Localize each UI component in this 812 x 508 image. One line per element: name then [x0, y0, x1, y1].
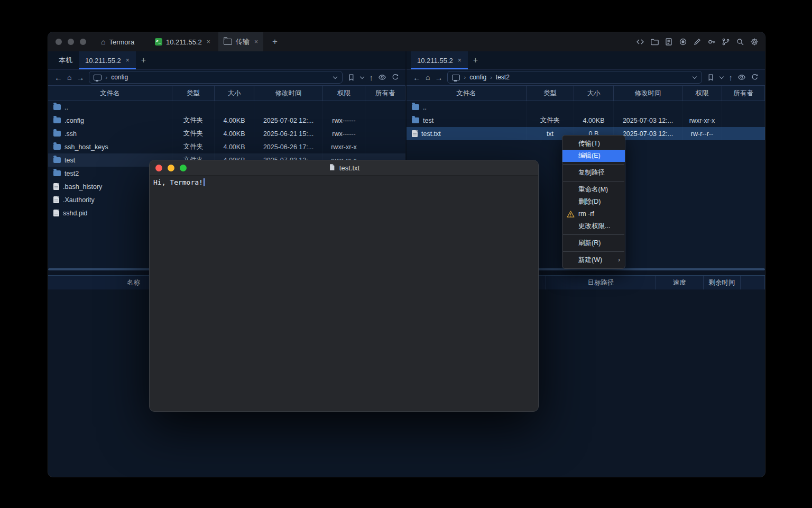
- close-tab-icon[interactable]: ×: [254, 38, 258, 46]
- back-icon[interactable]: ←: [54, 74, 62, 81]
- tab-ssh-host[interactable]: 10.211.55.2 ×: [150, 32, 216, 51]
- forward-icon[interactable]: →: [76, 74, 84, 81]
- tab-label: Termora: [109, 38, 134, 46]
- tab-label: 10.211.55.2: [417, 57, 453, 65]
- file-name: .config: [64, 117, 84, 124]
- upload-icon[interactable]: ↑: [370, 74, 374, 81]
- file-row[interactable]: .config 文件夹4.00KB2025-07-02 12:...rwx---…: [48, 114, 405, 127]
- path-separator: ›: [464, 74, 466, 80]
- editor-zoom-button[interactable]: [180, 165, 187, 171]
- menu-item-new[interactable]: 新建(W) ›: [562, 254, 625, 266]
- home-icon[interactable]: ⌂: [67, 74, 71, 81]
- chevron-down-icon[interactable]: [693, 75, 697, 80]
- record-icon[interactable]: [679, 38, 687, 46]
- menu-item-edit[interactable]: 编辑(E): [562, 150, 625, 162]
- column-header[interactable]: 文件名: [48, 86, 172, 101]
- new-pane-tab-button[interactable]: +: [136, 51, 151, 69]
- path-bar[interactable]: › config › test2: [447, 71, 702, 84]
- column-header[interactable]: 大小: [574, 86, 614, 101]
- bookmark-dropdown-icon[interactable]: [360, 75, 365, 80]
- bookmark-icon[interactable]: [707, 74, 715, 81]
- close-tab-icon[interactable]: ×: [207, 38, 210, 46]
- editor-content[interactable]: Hi, Termora!: [150, 176, 538, 189]
- menu-item-rename[interactable]: 重命名(M): [562, 184, 625, 196]
- titlebar: ⌂ Termora 10.211.55.2 × 传输 × +: [48, 32, 765, 51]
- pane-tab-host[interactable]: 10.211.55.2 ×: [411, 51, 468, 69]
- path-segment[interactable]: config: [469, 74, 486, 81]
- column-header[interactable]: 修改时间: [254, 86, 323, 101]
- menu-separator: [563, 251, 624, 252]
- back-icon[interactable]: ←: [413, 74, 421, 81]
- branch-icon[interactable]: [722, 38, 730, 46]
- file-row[interactable]: ..: [407, 101, 765, 114]
- edit-icon[interactable]: [693, 38, 702, 46]
- menu-item-transfer[interactable]: 传输(T): [562, 138, 625, 150]
- new-tab-button[interactable]: +: [272, 32, 278, 51]
- column-header[interactable]: 速度: [656, 276, 704, 289]
- folder-icon: [412, 104, 419, 110]
- settings-icon[interactable]: [750, 38, 759, 46]
- show-hidden-eye-icon[interactable]: [737, 73, 746, 81]
- path-segment[interactable]: test2: [496, 74, 510, 81]
- menu-item-rm-rf[interactable]: rm -rf: [562, 208, 625, 220]
- file-row[interactable]: ..: [48, 101, 405, 114]
- editor-minimize-button[interactable]: [168, 165, 174, 171]
- tab-label: 10.211.55.2: [166, 38, 202, 46]
- folder-icon[interactable]: [650, 38, 659, 46]
- refresh-icon[interactable]: [751, 74, 759, 81]
- column-header[interactable]: 文件名: [407, 86, 527, 101]
- forward-icon[interactable]: →: [435, 74, 442, 81]
- file-name: test.txt: [421, 130, 441, 138]
- path-segment[interactable]: config: [111, 74, 128, 81]
- column-header[interactable]: 大小: [215, 86, 254, 101]
- menu-separator: [563, 164, 624, 165]
- home-icon: ⌂: [101, 38, 105, 46]
- refresh-icon[interactable]: [391, 74, 399, 81]
- file-row[interactable]: ssh_host_keys 文件夹4.00KB2025-06-26 17:...…: [48, 140, 405, 153]
- new-pane-tab-button[interactable]: +: [468, 51, 483, 69]
- pane-tab-local[interactable]: 本机: [52, 51, 79, 69]
- tab-label: 传输: [236, 37, 250, 47]
- column-header[interactable]: 权限: [682, 86, 722, 101]
- column-header[interactable]: 权限: [323, 86, 365, 101]
- window-zoom-button[interactable]: [80, 39, 86, 45]
- pane-tab-host[interactable]: 10.211.55.2 ×: [79, 51, 136, 69]
- column-header[interactable]: 修改时间: [614, 86, 682, 101]
- file-name: .bash_history: [63, 183, 102, 190]
- window-minimize-button[interactable]: [68, 39, 74, 45]
- key-icon[interactable]: [707, 38, 716, 46]
- tab-transfer[interactable]: 传输 ×: [218, 32, 263, 51]
- file-row[interactable]: .ssh 文件夹4.00KB2025-06-21 15:...rwx------: [48, 127, 405, 140]
- search-icon[interactable]: [736, 38, 744, 46]
- column-header[interactable]: 剩余时间: [704, 276, 741, 289]
- show-hidden-eye-icon[interactable]: [378, 73, 386, 81]
- folder-icon: [53, 144, 61, 150]
- bookmark-dropdown-icon[interactable]: [719, 75, 724, 80]
- upload-icon[interactable]: ↑: [729, 74, 733, 81]
- column-header[interactable]: 类型: [172, 86, 215, 101]
- tab-termora-home[interactable]: ⌂ Termora: [96, 32, 140, 51]
- path-bar[interactable]: › config: [89, 71, 342, 84]
- menu-item-delete[interactable]: 删除(D): [562, 196, 625, 208]
- editor-close-button[interactable]: [155, 165, 162, 171]
- code-icon[interactable]: [636, 38, 644, 46]
- log-icon[interactable]: [665, 38, 673, 46]
- close-tab-icon[interactable]: ×: [458, 57, 462, 64]
- editor-titlebar[interactable]: test.txt: [150, 160, 538, 176]
- column-header[interactable]: 类型: [527, 86, 574, 101]
- file-row[interactable]: test 文件夹4.00KB2025-07-03 12:...rwxr-xr-x: [407, 114, 765, 127]
- menu-item-change-permissions[interactable]: 更改权限...: [562, 220, 625, 232]
- left-pane-tabs: 本机 10.211.55.2 × +: [48, 51, 405, 70]
- chevron-down-icon[interactable]: [333, 75, 338, 80]
- right-pane-toolbar: ← ⌂ → › config › test2 ↑: [407, 69, 765, 85]
- menu-item-copy-path[interactable]: 复制路径: [562, 167, 625, 179]
- column-header[interactable]: 目标路径: [546, 276, 656, 289]
- column-header[interactable]: 所有者: [722, 86, 765, 101]
- bookmark-icon[interactable]: [347, 74, 355, 81]
- column-header[interactable]: 所有者: [365, 86, 405, 101]
- close-tab-icon[interactable]: ×: [126, 57, 130, 64]
- window-close-button[interactable]: [56, 39, 62, 45]
- home-icon[interactable]: ⌂: [426, 74, 430, 81]
- menu-item-refresh[interactable]: 刷新(R): [562, 237, 625, 249]
- tab-label: 10.211.55.2: [85, 57, 121, 65]
